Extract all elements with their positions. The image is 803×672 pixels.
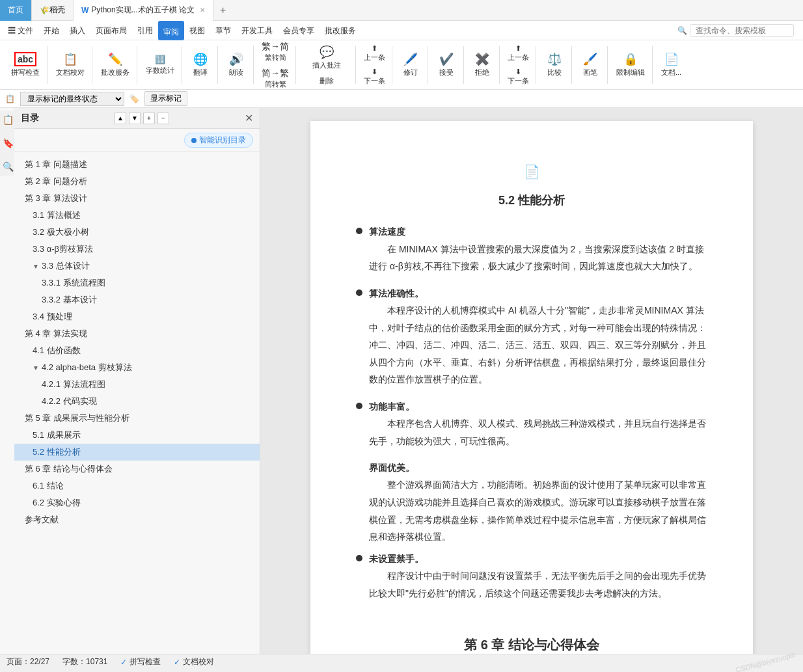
sidebar-icon-3[interactable]: 🔍 [3,161,12,172]
toc-item-s33b[interactable]: ▼3.3 总体设计 [14,258,260,275]
toc-item-s62[interactable]: 6.2 实验心得 [14,494,260,511]
bullet-algorithm-accuracy: 算法准确性。 本程序设计的人机博弈模式中 AI 机器人十分"智能"，走步非常灵M… [356,286,707,394]
prev2-button[interactable]: ⬆ 上一条 [505,43,532,64]
toc-item-s42[interactable]: ▼4.2 alpha-beta 剪枝算法 [14,359,260,376]
show-status-select[interactable]: 显示标记的最终状态 原始状态 最终状态 所有标记 [20,92,124,106]
show-marks-button[interactable]: 显示标记 [144,91,187,106]
toc-item-ch2[interactable]: 第 2 章 问题分析 [14,173,260,190]
tab-daoke[interactable]: 🌾 稻壳 [32,0,74,21]
toc-item-s51[interactable]: 5.1 成果展示 [14,427,260,444]
menu-insert[interactable]: 插入 [64,21,90,40]
toc-item-ch4[interactable]: 第 4 章 算法实现 [14,325,260,342]
page-info: 页面：22/27 [7,656,49,667]
toc-item-s422[interactable]: 4.2.2 代码实现 [14,393,260,410]
toc-toggle-s42[interactable]: ▼ [33,364,39,371]
next-comment-button[interactable]: ⬇ 下一条 [361,66,388,87]
wordcount-icon: 🔢 [155,55,165,64]
delete-comment-button[interactable]: 删除 [317,75,336,87]
tts-label: 朗读 [229,68,243,77]
toc-item-s41[interactable]: 4.1 估价函数 [14,342,260,359]
toc-item-s31[interactable]: 3.1 算法概述 [14,207,260,224]
translate-button[interactable]: 🌐 翻译 [187,50,213,79]
draw-button[interactable]: 🖌️ 画笔 [577,50,603,79]
menu-view[interactable]: 视图 [184,21,210,40]
document-area[interactable]: 📄 5.2 性能分析 算法速度 在 MINIMAX 算法中设置搜索的最大深度值为… [260,108,803,654]
menu-start[interactable]: 开始 [38,21,64,40]
spellcheck-button[interactable]: abc 拼写检查 [8,50,43,79]
toc-item-s331[interactable]: 3.3.1 系统流程图 [14,275,260,291]
spell-check-label: 拼写检查 [129,656,161,667]
menu-reference[interactable]: 引用 [132,21,158,40]
toc-item-s61[interactable]: 6.1 结论 [14,477,260,494]
toc-item-ch6[interactable]: 第 6 章 结论与心得体会 [14,461,260,477]
menu-member[interactable]: 会员专享 [278,21,320,40]
toc-item-ch3[interactable]: 第 3 章 算法设计 [14,190,260,207]
sidebar-icon-1[interactable]: 📋 [3,114,12,125]
simp-to-trad-button[interactable]: 简→繁 简转繁 [259,66,292,90]
doc-verify-status[interactable]: ✓ 文档校对 [174,656,214,667]
bullet-no-forbidden: 未设置禁手。 程序设计中由于时间问题没有设置禁手，无法平衡先后手之间的会出现先手… [356,551,707,607]
toc-label-s32: 3.2 极大极小树 [33,226,89,238]
modify-button[interactable]: 🖊️ 修订 [398,50,424,79]
toc-label-s421: 4.2.1 算法流程图 [42,379,105,390]
toc-item-ch1[interactable]: 第 1 章 问题描述 [14,156,260,173]
trad-to-simp-button[interactable]: 繁→简 繁转简 [259,40,292,64]
tab-doc[interactable]: W Python实现...术的五子棋 论文 ✕ [74,0,213,21]
prev-comment-button[interactable]: ⬆ 上一条 [361,43,388,64]
new-tab-button[interactable]: + [213,5,232,16]
doc-tab-close[interactable]: ✕ [200,7,205,14]
tts-button[interactable]: 🔊 朗读 [223,50,249,79]
doccheck-button[interactable]: 📋 文档校对 [53,50,88,79]
accept-button[interactable]: ✔️ 接受 [433,50,459,79]
menu-file[interactable]: ☰ 文件 [3,21,38,40]
correction-button[interactable]: ✏️ 批改服务 [98,50,133,79]
smart-toc-label: 智能识别目录 [199,135,246,146]
toc-item-s332[interactable]: 3.3.2 基本设计 [14,291,260,308]
next2-button[interactable]: ⬇ 下一条 [505,66,532,87]
simp-icon: 简→繁 [262,68,289,79]
section-52-title: 5.2 性能分析 [356,190,707,211]
toc-item-s33[interactable]: 3.3 α-β剪枝算法 [14,241,260,258]
sidebar-close-button[interactable]: ✕ [245,112,253,124]
compare-button[interactable]: ⚖️ 比较 [541,50,567,79]
bullet-title-5: 未设置禁手。 [369,554,424,564]
reject-label: 拒绝 [475,68,489,77]
sidebar-collapse-button[interactable]: ▲ [115,113,126,124]
menu-dev[interactable]: 开发工具 [236,21,278,40]
reject-button[interactable]: ✖️ 拒绝 [469,50,495,79]
menu-review[interactable]: 审阅 [158,21,184,40]
sidebar-icon-2[interactable]: 🔖 [3,138,12,148]
smart-toc-button[interactable]: 智能识别目录 [184,133,253,148]
toc-label-s31: 3.1 算法概述 [33,209,81,221]
restrict-label: 限制编辑 [616,68,645,77]
sidebar-delete-button[interactable]: − [157,113,169,124]
restrict-button[interactable]: 🔒 限制编辑 [613,50,648,79]
compare-icon: ⚖️ [547,52,562,66]
bullet-dot-3 [356,403,362,409]
tab-home[interactable]: 首页 [0,0,32,21]
toc-label-s33: 3.3 α-β剪枝算法 [33,243,93,255]
bullet-dot-5 [356,555,362,561]
sidebar-add-button[interactable]: + [143,113,155,124]
menu-chapter[interactable]: 章节 [210,21,236,40]
more-button[interactable]: 📄 文档... [658,50,685,79]
toc-item-ref[interactable]: 参考文献 [14,511,260,528]
sidebar-expand-button[interactable]: ▼ [129,113,141,124]
menu-correction[interactable]: 批改服务 [320,21,361,40]
toc-item-s34[interactable]: 3.4 预处理 [14,308,260,325]
toc-item-ch5[interactable]: 第 5 章 成果展示与性能分析 [14,410,260,427]
menu-layout[interactable]: 页面布局 [90,21,132,40]
toc-item-s52[interactable]: 5.2 性能分析 [14,444,260,461]
toc-item-s32[interactable]: 3.2 极大极小树 [14,224,260,241]
wordcount-button[interactable]: 🔢 字数统计 [143,53,178,77]
spell-check-status[interactable]: ✓ 拼写检查 [120,656,161,667]
modify-label: 修订 [403,68,418,77]
bullet-algorithm-speed: 算法速度 在 MINIMAX 算法中设置搜索的最大深度值为 2，当搜索深度到达该… [356,224,707,280]
toc-item-s421[interactable]: 4.2.1 算法流程图 [14,376,260,393]
search-input[interactable] [690,24,794,37]
interface-title: 界面优美。 [369,463,415,473]
toc-label-s51: 5.1 成果展示 [33,429,81,441]
daoke-icon: 🌾 [40,6,49,15]
insert-comment-button[interactable]: 💬 插入批注 [309,43,344,72]
toc-toggle-s33b[interactable]: ▼ [33,263,39,270]
